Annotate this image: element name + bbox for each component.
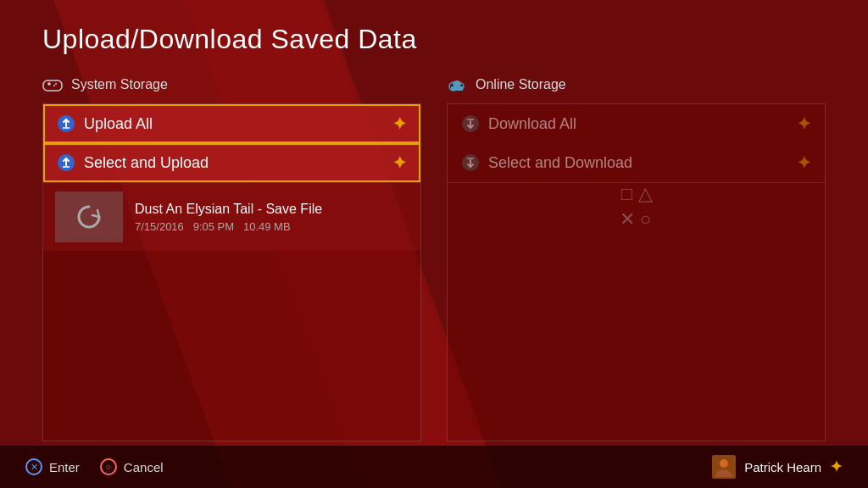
system-storage-content: Upload All ✦ Select and Upload ✦ bbox=[42, 103, 421, 441]
ps-plus-icon: ✦ bbox=[830, 458, 843, 476]
select-upload-plus: ✦ bbox=[392, 152, 407, 173]
online-storage-header: Online Storage bbox=[447, 75, 826, 95]
main-content: System Storage Upload All ✦ bbox=[42, 75, 826, 441]
bottom-bar: ✕ Enter ○ Cancel Patrick Hearn ✦ bbox=[0, 446, 868, 488]
save-file-name: Dust An Elysian Tail - Save File bbox=[135, 202, 322, 217]
download-all-plus: ✦ bbox=[797, 114, 811, 134]
save-thumbnail bbox=[55, 191, 123, 242]
cancel-label: Cancel bbox=[124, 460, 164, 474]
cross-icon: ✕ bbox=[25, 458, 42, 475]
upload-all-icon bbox=[57, 114, 75, 133]
system-storage-panel: System Storage Upload All ✦ bbox=[42, 75, 421, 441]
system-storage-label: System Storage bbox=[71, 77, 168, 92]
upload-all-plus: ✦ bbox=[392, 114, 407, 134]
download-all-label: Download All bbox=[488, 115, 576, 133]
download-all-icon bbox=[461, 114, 480, 133]
upload-all-label: Upload All bbox=[84, 115, 153, 133]
triangle-symbol: △ bbox=[638, 183, 654, 205]
circle-icon: ○ bbox=[100, 458, 117, 475]
svg-point-3 bbox=[55, 83, 57, 85]
page-title: Upload/Download Saved Data bbox=[42, 24, 417, 55]
enter-button[interactable]: ✕ Enter bbox=[25, 458, 80, 475]
avatar bbox=[712, 455, 736, 479]
select-download-label: Select and Download bbox=[488, 154, 632, 172]
svg-point-18 bbox=[720, 459, 728, 468]
select-upload-button[interactable]: Select and Upload ✦ bbox=[43, 143, 420, 182]
empty-state: □ △ ✕ ○ bbox=[448, 183, 825, 230]
save-file-info: Dust An Elysian Tail - Save File 7/15/20… bbox=[135, 202, 322, 233]
user-info: Patrick Hearn ✦ bbox=[712, 455, 843, 479]
online-storage-icon bbox=[447, 75, 467, 95]
cross-symbol: ✕ bbox=[620, 208, 635, 230]
svg-rect-0 bbox=[43, 80, 62, 91]
svg-point-12 bbox=[453, 80, 461, 87]
select-upload-icon bbox=[57, 153, 75, 172]
download-all-button: Download All ✦ bbox=[448, 104, 825, 143]
cancel-button[interactable]: ○ Cancel bbox=[100, 458, 164, 475]
ps-symbols: □ △ ✕ ○ bbox=[620, 183, 654, 230]
svg-point-4 bbox=[53, 85, 55, 86]
online-storage-label: Online Storage bbox=[476, 77, 566, 92]
select-download-button: Select and Download ✦ bbox=[448, 143, 825, 182]
select-download-plus: ✦ bbox=[797, 152, 811, 173]
online-storage-content: Download All ✦ Select and Download bbox=[447, 103, 826, 441]
system-storage-header: System Storage bbox=[42, 75, 421, 95]
save-file-meta: 7/15/2016 9:05 PM 10.49 MB bbox=[135, 220, 322, 233]
circle-symbol: ○ bbox=[638, 208, 654, 230]
online-storage-panel: Online Storage Download All ✦ bbox=[447, 75, 826, 441]
enter-label: Enter bbox=[49, 460, 80, 474]
upload-all-button[interactable]: Upload All ✦ bbox=[43, 104, 420, 143]
save-file-item[interactable]: Dust An Elysian Tail - Save File 7/15/20… bbox=[43, 183, 420, 251]
system-storage-icon bbox=[42, 75, 63, 95]
square-symbol: □ bbox=[620, 183, 635, 205]
bottom-controls: ✕ Enter ○ Cancel bbox=[25, 458, 164, 475]
select-download-icon bbox=[461, 153, 480, 172]
select-upload-label: Select and Upload bbox=[84, 154, 209, 172]
user-name: Patrick Hearn bbox=[744, 460, 821, 474]
